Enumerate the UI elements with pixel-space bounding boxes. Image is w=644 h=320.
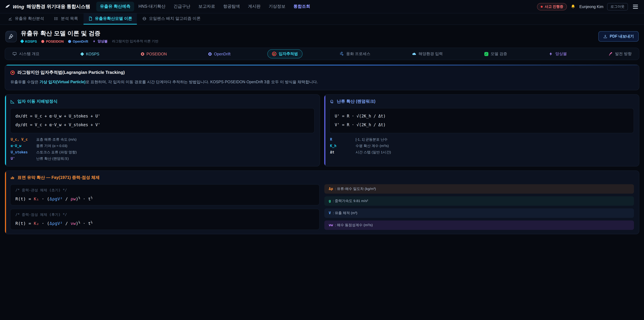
parameter-chip-kinematic-viscosity: νw : 해수 동점성계수 (m²/s) (324, 220, 634, 230)
cloud-icon (412, 52, 416, 56)
pdf-export-button[interactable]: PDF 내보내기 (598, 31, 639, 42)
code-comment: /* 중력-점성 체제 (후기) */ (16, 212, 314, 217)
section-tab-label: 입자추적법 (279, 51, 298, 56)
parameter-chip-density-difference: Δρ : 유류-해수 밀도차 (kg/m³) (324, 184, 634, 194)
card-title: 표면 유막 확산 — Fay(1971) 중력-점성 체제 (18, 175, 100, 181)
section-tab-poseidon[interactable]: POSEIDON (136, 50, 172, 58)
wind-icon (340, 52, 344, 56)
tab-analysis-list[interactable]: 분석 목록 (50, 14, 83, 25)
legend-row: α·U_w 풍류 기여 (α ≈ 0.03) (10, 143, 314, 149)
legend-term: α·U_w (11, 144, 32, 148)
legend-desc: 시간 스텝 (일반 1시간) (356, 150, 391, 155)
nav-item-hns-atmospheric[interactable]: HNS·대기확산 (135, 2, 169, 12)
section-tab-label: 풍화 프로세스 (346, 51, 370, 56)
sub-tab-bar: 유출유 확산분석 분석 목록 유출유확산모델 이론 오일펜스 배치 알고리즘 이… (0, 14, 644, 25)
legend-row: Δt 시간 스텝 (일반 1시간) (330, 149, 634, 156)
pdf-export-label: PDF 내보내기 (610, 34, 634, 39)
menu-icon[interactable] (632, 3, 639, 10)
topnav-right-cluster: 사고 진행중 Eunjeong Kim 로그아웃 (537, 3, 639, 10)
equation-line: dy/dt = V_c + α·V_w + V_stokes + V' (16, 121, 309, 129)
legend-row: U' 난류 확산 (랜덤워크) (10, 156, 314, 162)
badge-label: 앙상블 (98, 39, 108, 44)
ring-icon (141, 52, 144, 56)
badge-label: POSEIDON (46, 40, 64, 43)
fay-formula: R(t) = K₂ · (ΔρgV² / νw)⅙ · t¼ (16, 221, 92, 226)
legend-term: U_c, V_c (11, 137, 32, 141)
page-title: 유출유 확산 모델 이론 및 검증 (21, 29, 158, 37)
legend-row: U_stokes 스토크스 표류 (파랑 영향) (10, 149, 314, 156)
chip-desc: : 유류-해수 밀도차 (kg/m³) (335, 187, 376, 191)
symbol-legend: U_c, V_c 표층 해류·조류 속도 (m/s) α·U_w 풍류 기여 (… (10, 137, 314, 162)
page-header: 유출유 확산 모델 이론 및 검증 KOSPS POSEIDON OpenDri… (0, 25, 644, 47)
chip-term: g (329, 199, 331, 203)
section-tab-model-validation[interactable]: ✓ 모델 검증 (480, 49, 512, 58)
chip-desc: : 중력가속도 9.81 m/s² (333, 199, 368, 203)
triangle-ruler-icon (10, 99, 15, 104)
tab-oil-fence-algorithm-theory[interactable]: 오일펜스 배치 알고리즘 이론 (138, 14, 205, 25)
tab-spill-analysis[interactable]: 유출유 확산분석 (3, 14, 49, 25)
target-icon (272, 52, 276, 56)
section-tab-marine-environment-input[interactable]: 해양환경 입력 (407, 49, 448, 58)
incident-status-badge[interactable]: 사고 진행중 (537, 3, 567, 10)
legend-desc: 난류 확산 (랜덤워크) (36, 157, 69, 161)
notifications-bell-icon[interactable] (571, 4, 576, 9)
legend-row: U_c, V_c 표층 해류·조류 속도 (m/s) (10, 137, 314, 143)
section-tab-kosps[interactable]: KOSPS (76, 50, 104, 58)
legend-term: Δt (330, 150, 352, 154)
chip-term: V (329, 211, 331, 215)
legend-row: R [-1, 1] 균등분포 난수 (330, 137, 634, 143)
section-tab-opendrift[interactable]: OpenDrift (204, 50, 235, 58)
nav-item-weather-info[interactable]: 기상정보 (265, 2, 289, 12)
equation-line: U' = R · √(2K_h / Δt) (335, 112, 628, 121)
section-tab-future-direction[interactable]: 발전 방향 (604, 49, 636, 58)
chip-desc: : 해수 동점성계수 (m²/s) (335, 223, 373, 227)
nav-item-integrated-search[interactable]: 통합조회 (290, 2, 314, 12)
lagrangian-intro-panel: 라그랑지안 입자추적법(Lagrangian Particle Tracking… (5, 65, 639, 91)
bolt-icon (92, 40, 96, 43)
incident-label: 사고 진행중 (545, 4, 563, 9)
section-tab-particle-tracking[interactable]: 입자추적법 (267, 49, 303, 58)
fay-spreading-card: 표면 유막 확산 — Fay(1971) 중력-점성 체제 /* 중력-관성 체… (5, 170, 639, 234)
app-logo[interactable]: Wing 해양환경 위기대응 통합시스템 (5, 4, 90, 10)
section-tab-bar: 시스템 개요 KOSPS POSEIDON OpenDrift 입자추적법 풍화… (5, 48, 639, 60)
intro-text: 로 표현하며, 각 입자의 이동 경로를 시간 단계마다 추적하는 방법입니다.… (86, 80, 318, 84)
tab-label: 유출유 확산분석 (15, 16, 44, 22)
logo-title: 해양환경 위기대응 통합시스템 (26, 4, 90, 10)
badge-opendrift: OpenDrift (68, 40, 88, 43)
intro-text: 유출유를 수많은 (10, 80, 40, 84)
download-icon (603, 34, 608, 39)
tab-diffusion-model-theory[interactable]: 유출유확산모델 이론 (83, 14, 137, 25)
boom-ring-icon (142, 17, 146, 21)
legend-desc: 풍류 기여 (α ≈ 0.03) (36, 144, 68, 149)
section-tab-label: 앙상블 (555, 51, 567, 56)
nav-item-board[interactable]: 게시판 (244, 2, 264, 12)
tab-label: 분석 목록 (61, 16, 78, 22)
section-tab-label: 모델 검증 (491, 51, 507, 56)
fay-parameter-column: Δρ : 유류-해수 밀도차 (kg/m³) g : 중력가속도 9.81 m/… (324, 184, 634, 230)
fay-formula: R(t) = K₁ · (ΔρgV² / ρw)⅙ · t½ (16, 196, 92, 201)
section-tab-ensemble[interactable]: 앙상블 (544, 49, 572, 58)
section-tab-system-overview[interactable]: 시스템 개요 (8, 49, 44, 58)
legend-term: K_h (330, 144, 352, 148)
card-title: 난류 확산 (랜덤워크) (337, 99, 376, 105)
section-tab-label: 발전 방향 (615, 51, 632, 56)
nav-item-emergency-rescue[interactable]: 긴급구난 (170, 2, 194, 12)
section-tab-label: 시스템 개요 (19, 51, 40, 56)
nav-item-aerial-search[interactable]: 항공탐색 (220, 2, 244, 12)
swirl-icon (330, 99, 334, 104)
nav-item-oil-spill-prediction[interactable]: 유출유 확산예측 (96, 2, 134, 12)
governing-equation-block: dx/dt = U_c + α·U_w + U_stokes + U' dy/d… (10, 108, 314, 133)
section-tab-weathering-process[interactable]: 풍화 프로세스 (335, 49, 375, 58)
legend-desc: 수평 확산 계수 (m²/s) (356, 144, 389, 149)
dot-icon (68, 40, 71, 43)
badge-poseidon: POSEIDON (41, 40, 64, 43)
logout-button[interactable]: 로그아웃 (607, 3, 628, 10)
diamond-icon (80, 52, 84, 56)
nav-item-reports[interactable]: 보고자료 (195, 2, 219, 12)
fay-formula-block-late: /* 중력-점성 체제 (후기) */ R(t) = K₂ · (ΔρgV² /… (10, 209, 320, 230)
legend-term: U_stokes (11, 150, 32, 154)
parameter-chip-spill-volume: V : 유출 체적 (m³) (324, 208, 634, 218)
fay-formula-column: /* 중력-관성 체제 (초기) */ R(t) = K₁ · (ΔρgV² /… (10, 184, 320, 230)
ring-icon (208, 52, 212, 56)
intro-title: 라그랑지안 입자추적법(Lagrangian Particle Tracking… (18, 70, 125, 76)
